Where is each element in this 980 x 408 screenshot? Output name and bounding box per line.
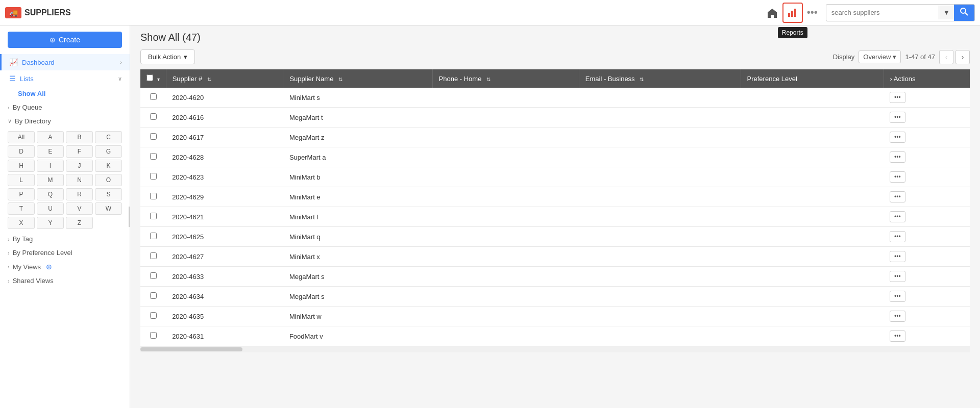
header-supplier-name[interactable]: Supplier Name ⇅ (283, 69, 432, 88)
sidebar-by-directory[interactable]: ∨ By Directory (0, 114, 130, 128)
sidebar-dashboard-label: Dashboard (22, 59, 120, 66)
search-go-button[interactable] (954, 5, 974, 21)
row-actions-button-1[interactable]: ••• (890, 112, 905, 123)
row-actions-cell: ••• (884, 128, 970, 147)
create-button[interactable]: ⊕ Create (8, 32, 122, 48)
by-queue-label: By Queue (13, 104, 42, 111)
header-supplier-num[interactable]: Supplier # ⇅ (166, 69, 283, 88)
header-email-business[interactable]: Email - Business ⇅ (579, 69, 741, 88)
row-actions-button-8[interactable]: ••• (890, 251, 905, 262)
header-phone-home[interactable]: Phone - Home ⇅ (432, 69, 579, 88)
bulk-action-button[interactable]: Bulk Action ▾ (140, 49, 195, 64)
svg-rect-0 (788, 13, 790, 17)
row-supplier-name: SuperMart a (283, 147, 432, 167)
directory-btn-k[interactable]: K (95, 160, 122, 172)
row-actions-button-0[interactable]: ••• (890, 92, 905, 103)
row-checkbox-7[interactable] (150, 233, 157, 239)
row-checkbox-12[interactable] (150, 332, 157, 339)
sidebar-shared-views[interactable]: › Shared Views (0, 274, 130, 288)
directory-btn-i[interactable]: I (37, 160, 64, 172)
row-checkbox-4[interactable] (150, 173, 157, 180)
row-checkbox-0[interactable] (150, 93, 157, 100)
row-checkbox-11[interactable] (150, 312, 157, 319)
header-preference-label: Preference Level (747, 75, 797, 83)
select-all-checkbox[interactable] (146, 74, 153, 81)
row-actions-button-3[interactable]: ••• (890, 151, 905, 163)
row-actions-button-11[interactable]: ••• (890, 311, 905, 322)
row-checkbox-cell (140, 108, 166, 128)
row-email (579, 147, 741, 167)
row-actions-cell: ••• (884, 167, 970, 187)
directory-btn-all[interactable]: All (8, 131, 35, 143)
sidebar-show-all[interactable]: Show All (0, 87, 130, 100)
reports-button[interactable] (782, 3, 803, 23)
directory-btn-y[interactable]: Y (37, 217, 64, 229)
horizontal-scrollbar[interactable] (140, 346, 970, 352)
row-checkbox-5[interactable] (150, 193, 157, 199)
row-actions-button-2[interactable]: ••• (890, 132, 905, 143)
search-input[interactable] (826, 6, 939, 19)
row-checkbox-1[interactable] (150, 113, 157, 120)
directory-btn-q[interactable]: Q (37, 188, 64, 200)
row-checkbox-cell (140, 128, 166, 147)
row-actions-button-7[interactable]: ••• (890, 231, 905, 242)
next-page-button[interactable]: › (955, 50, 970, 64)
header-preference-level: Preference Level (741, 69, 884, 88)
sidebar-by-tag[interactable]: › By Tag (0, 232, 130, 246)
row-phone (432, 128, 579, 147)
create-plus-icon: ⊕ (50, 36, 56, 44)
directory-btn-u[interactable]: U (37, 202, 64, 215)
prev-page-button[interactable]: ‹ (939, 50, 953, 64)
row-actions-button-5[interactable]: ••• (890, 191, 905, 202)
display-view-select[interactable]: Overview ▾ (859, 50, 901, 63)
table-row: 2020-4628 SuperMart a ••• (140, 147, 970, 167)
sidebar-collapse-handle[interactable]: ‹ (129, 207, 130, 227)
directory-btn-z[interactable]: Z (66, 217, 93, 229)
directory-btn-n[interactable]: N (66, 174, 93, 186)
directory-btn-f[interactable]: F (66, 145, 93, 158)
sidebar-by-preference[interactable]: › By Preference Level (0, 246, 130, 260)
row-checkbox-2[interactable] (150, 133, 157, 140)
row-actions-button-12[interactable]: ••• (890, 330, 905, 342)
directory-btn-t[interactable]: T (8, 202, 35, 215)
directory-btn-a[interactable]: A (37, 131, 64, 143)
directory-btn-s[interactable]: S (95, 188, 122, 200)
row-supplier-num: 2020-4623 (166, 167, 283, 187)
search-dropdown-button[interactable]: ▼ (939, 6, 954, 19)
directory-btn-b[interactable]: B (66, 131, 93, 143)
row-checkbox-6[interactable] (150, 213, 157, 219)
row-supplier-name: MiniMart e (283, 187, 432, 207)
row-actions-button-6[interactable]: ••• (890, 211, 905, 222)
directory-btn-c[interactable]: C (95, 131, 122, 143)
row-checkbox-3[interactable] (150, 153, 157, 160)
sidebar-item-dashboard[interactable]: 📈 Dashboard › (0, 54, 130, 70)
directory-btn-d[interactable]: D (8, 145, 35, 158)
row-checkbox-8[interactable] (150, 252, 157, 259)
sidebar-by-queue[interactable]: › By Queue (0, 100, 130, 114)
more-options-button[interactable]: ••• (803, 7, 822, 18)
row-actions-button-9[interactable]: ••• (890, 271, 905, 282)
directory-btn-l[interactable]: L (8, 174, 35, 186)
table-row: 2020-4633 MegaMart s ••• (140, 267, 970, 287)
directory-btn-g[interactable]: G (95, 145, 122, 158)
sidebar-my-views[interactable]: › My Views ⊕ (0, 260, 130, 274)
row-checkbox-10[interactable] (150, 292, 157, 299)
directory-btn-h[interactable]: H (8, 160, 35, 172)
my-views-add-icon[interactable]: ⊕ (46, 263, 52, 271)
directory-btn-r[interactable]: R (66, 188, 93, 200)
directory-btn-p[interactable]: P (8, 188, 35, 200)
directory-btn-m[interactable]: M (37, 174, 64, 186)
row-actions-button-4[interactable]: ••• (890, 171, 905, 183)
row-actions-button-10[interactable]: ••• (890, 291, 905, 302)
my-views-label: My Views (13, 263, 41, 271)
table-header-row: ▾ Supplier # ⇅ Supplier Name ⇅ Phone - H… (140, 69, 970, 88)
directory-btn-x[interactable]: X (8, 217, 35, 229)
row-checkbox-9[interactable] (150, 272, 157, 279)
home-button[interactable] (762, 3, 782, 23)
directory-btn-v[interactable]: V (66, 202, 93, 215)
sidebar-item-lists[interactable]: ☰ Lists ∨ (0, 70, 130, 87)
directory-btn-w[interactable]: W (95, 202, 122, 215)
directory-btn-o[interactable]: O (95, 174, 122, 186)
directory-btn-e[interactable]: E (37, 145, 64, 158)
directory-btn-j[interactable]: J (66, 160, 93, 172)
